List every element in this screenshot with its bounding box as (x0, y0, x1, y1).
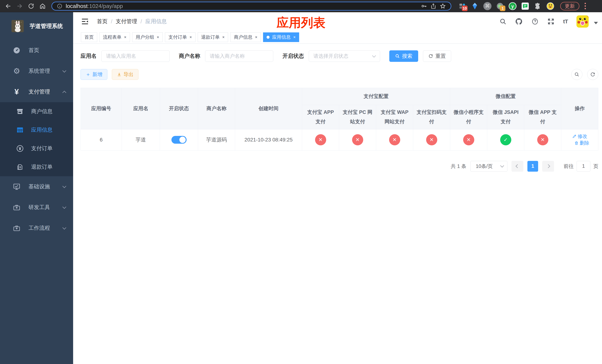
forward-button[interactable] (15, 1, 24, 11)
tiles-extension-icon[interactable]: 10 (458, 2, 466, 10)
sidebar-item-pay-order[interactable]: 支付订单 (0, 139, 73, 158)
font-size-icon[interactable]: tT (563, 18, 568, 25)
close-icon[interactable]: × (293, 35, 296, 40)
alipay-wap-status-icon[interactable]: ✕ (389, 134, 400, 145)
extensions-puzzle-icon[interactable] (534, 2, 542, 10)
share-icon[interactable] (430, 3, 436, 9)
app-name-input[interactable] (101, 50, 170, 62)
password-key-icon[interactable] (421, 3, 427, 9)
sidebar-item-refund-order[interactable]: 退款订单 (0, 158, 73, 176)
sidebar-item-label: 研发工具 (29, 204, 50, 211)
wx-app-status-icon[interactable]: ✕ (537, 134, 548, 145)
emoji-extension-icon[interactable] (546, 2, 555, 10)
trash-icon (574, 141, 579, 145)
reload-button[interactable] (26, 1, 36, 11)
toggle-search-button[interactable] (571, 69, 582, 80)
sidebar-item-merchant-info[interactable]: 商户信息 (0, 102, 73, 121)
recorder-extension-icon[interactable]: 1 (496, 2, 504, 10)
next-page-button[interactable] (542, 161, 554, 172)
back-button[interactable] (3, 1, 13, 11)
status-toggle[interactable] (172, 136, 187, 144)
sidebar-item-system[interactable]: ⚙ 系统管理 (0, 61, 73, 81)
chevron-down-icon (62, 225, 66, 229)
command-extension-icon[interactable]: ⌘ (483, 2, 492, 10)
close-icon[interactable]: × (190, 35, 192, 40)
delete-link[interactable]: 删除 (574, 140, 589, 146)
edit-label: 修改 (578, 133, 587, 139)
address-bar[interactable]: localhost:1024/pay/app (52, 2, 451, 11)
close-icon[interactable]: × (255, 35, 257, 40)
tab-label: 支付订单 (168, 34, 187, 40)
sidebar-item-devtools[interactable]: 研发工具 (0, 197, 73, 218)
breadcrumb-payment[interactable]: 支付管理 (116, 18, 137, 25)
col-wx-app: 微信 APP 支付 (524, 105, 561, 129)
status-select[interactable]: 请选择开启状态 (309, 50, 380, 62)
cell-created-at: 2021-10-23 08:49:25 (235, 129, 302, 150)
sidebar-collapse-icon[interactable] (81, 17, 89, 26)
breadcrumb-current: 应用信息 (145, 18, 167, 25)
goto-page-input[interactable] (577, 161, 590, 172)
yen-icon: ¥ (12, 87, 21, 96)
edit-link[interactable]: 修改 (572, 133, 587, 139)
page-main: 应用名 商户名称 开启状态 请选择开启状态 搜索 重置 (73, 44, 602, 364)
dashboard-icon (12, 46, 21, 54)
current-page[interactable]: 1 (527, 161, 538, 172)
url-path: :1024/pay/app (87, 3, 123, 9)
alipay-qr-status-icon[interactable]: ✕ (426, 134, 437, 145)
export-button[interactable]: 导出 (112, 69, 139, 80)
tab-refund-order[interactable]: 退款订单× (198, 32, 228, 42)
sidebar-item-infra[interactable]: 基础设施 (0, 176, 73, 197)
fullscreen-icon[interactable] (547, 18, 555, 25)
sidebar-item-app-info[interactable]: 应用信息 (0, 121, 73, 139)
alipay-pc-status-icon[interactable]: ✕ (352, 134, 363, 145)
prev-page-button[interactable] (511, 161, 523, 172)
y-logo-extension-icon[interactable]: y (508, 2, 517, 10)
browser-update-button[interactable]: 更新 (560, 2, 580, 10)
refresh-button[interactable] (587, 69, 598, 80)
tab-pay-order[interactable]: 支付订单× (165, 32, 195, 42)
table-row: 6 芋道 芋道源码 2021-10-23 08:49:25 ✕ ✕ ✕ ✕ ✕ … (81, 129, 598, 150)
tab-merchant-info[interactable]: 商户信息× (230, 32, 261, 42)
page-size-select[interactable]: 10条/页 (470, 161, 507, 172)
wx-lite-status-icon[interactable]: ✕ (463, 134, 474, 145)
export-button-label: 导出 (123, 71, 133, 78)
tab-label: 用户分组 (136, 34, 154, 40)
top-navbar: 首页 / 支付管理 / 应用信息 tT (73, 12, 602, 31)
bookmark-star-icon[interactable] (440, 3, 446, 9)
tab-user-group[interactable]: 用户分组× (132, 32, 163, 42)
browser-menu-icon[interactable] (584, 3, 586, 9)
app-logo-row: 芋道管理系统 (0, 12, 73, 40)
tab-process-form[interactable]: 流程表单× (99, 32, 130, 42)
site-info-icon[interactable] (57, 3, 62, 9)
add-button[interactable]: ＋ 新增 (81, 69, 107, 80)
breadcrumb-home[interactable]: 首页 (97, 18, 108, 25)
chat-extension-icon[interactable] (521, 2, 529, 10)
user-avatar[interactable] (576, 15, 589, 28)
search-icon[interactable] (499, 18, 506, 25)
wx-jsapi-status-icon[interactable]: ✓ (500, 134, 511, 145)
sidebar-item-home[interactable]: 首页 (0, 40, 73, 61)
storefront-icon (16, 108, 24, 115)
home-button[interactable] (38, 1, 47, 11)
search-button[interactable]: 搜索 (389, 50, 418, 62)
alipay-app-status-icon[interactable]: ✕ (315, 134, 326, 145)
breadcrumb-separator: / (140, 19, 142, 25)
close-icon[interactable]: × (157, 35, 159, 40)
delete-label: 删除 (580, 140, 589, 146)
merchant-name-input[interactable] (205, 50, 273, 62)
diamond-extension-icon[interactable] (471, 2, 479, 10)
tab-home[interactable]: 首页 (81, 32, 97, 42)
total-count: 共 1 条 (451, 163, 466, 170)
close-icon[interactable]: × (124, 35, 127, 40)
monitor-check-icon (12, 183, 21, 191)
sidebar-item-workflow[interactable]: 工作流程 (0, 218, 73, 238)
github-icon[interactable] (515, 18, 523, 25)
avatar-caret-icon[interactable] (594, 22, 598, 24)
tab-app-info[interactable]: 应用信息× (263, 32, 299, 42)
help-icon[interactable] (531, 18, 539, 25)
close-icon[interactable]: × (222, 35, 225, 40)
svg-text:y: y (511, 3, 514, 9)
sidebar-item-payment[interactable]: ¥ 支付管理 (0, 81, 73, 102)
reset-button[interactable]: 重置 (423, 50, 451, 62)
sidebar-item-label: 首页 (29, 47, 39, 54)
